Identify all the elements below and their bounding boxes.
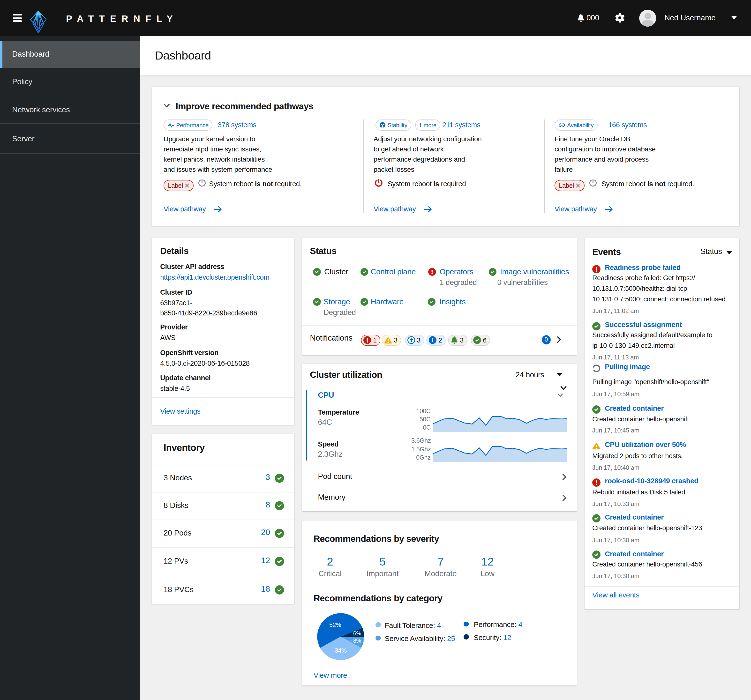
svg-text:8%: 8% [353,638,361,644]
svg-text:52%: 52% [329,621,341,628]
svg-text:6%: 6% [353,630,361,637]
svg-text:34%: 34% [335,647,346,654]
